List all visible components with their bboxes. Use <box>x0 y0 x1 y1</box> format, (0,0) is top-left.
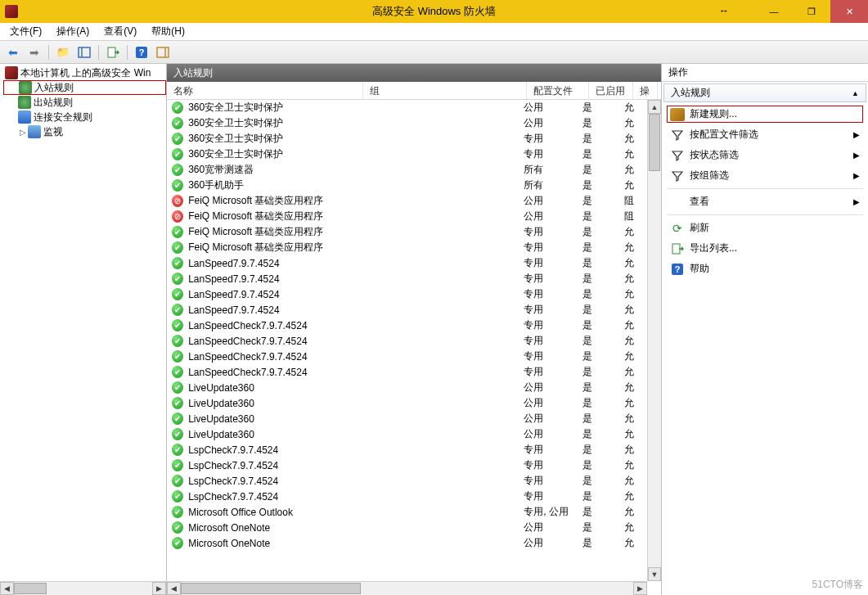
action-label: 按状态筛选 <box>690 148 739 162</box>
scroll-down-button[interactable]: ▼ <box>648 567 661 581</box>
tree-root[interactable]: 本地计算机 上的高级安全 Win <box>3 65 166 80</box>
rule-enabled: 是 <box>582 365 624 379</box>
rule-profile: 专用, 公用 <box>524 505 582 519</box>
minimize-button[interactable]: — <box>755 0 793 23</box>
rule-enabled: 是 <box>582 489 624 503</box>
tree-outbound-rules[interactable]: 出站规则 <box>3 95 166 110</box>
action-label: 帮助 <box>690 262 709 276</box>
rule-profile: 公用 <box>524 116 582 130</box>
rule-action: 允 <box>624 256 647 270</box>
list-title: 入站规则 <box>173 66 213 80</box>
rule-row[interactable]: ✔LiveUpdate360公用是允 <box>167 395 647 411</box>
rule-row[interactable]: ✔360安全卫士实时保护公用是允 <box>167 100 647 115</box>
rule-row[interactable]: ✔LanSpeedCheck7.9.7.4524专用是允 <box>167 364 647 380</box>
menu-view[interactable]: 查看(V) <box>97 23 143 40</box>
col-name[interactable]: 名称 <box>167 82 363 99</box>
col-profile[interactable]: 配置文件 <box>527 82 589 99</box>
rule-row[interactable]: ✔LiveUpdate360公用是允 <box>167 426 647 442</box>
tree-hscrollbar[interactable]: ◀ ▶ <box>0 581 166 595</box>
toolbar: ⬅ ➡ 📁 ? <box>0 41 868 64</box>
actions-section[interactable]: 入站规则 ▲ <box>663 83 866 102</box>
rule-row[interactable]: ✔Microsoft OneNote公用是允 <box>167 520 647 535</box>
maximize-button[interactable]: ❐ <box>793 0 830 23</box>
expander-icon[interactable]: ▷ <box>18 128 28 137</box>
rule-enabled: 是 <box>582 427 624 441</box>
folder-up-icon: 📁 <box>56 46 70 58</box>
list-vscrollbar[interactable]: ▲ ▼ <box>647 100 661 581</box>
list-hscrollbar[interactable]: ◀ ▶ <box>167 581 647 595</box>
rule-row[interactable]: ⊘FeiQ Microsoft 基础类应用程序公用是阻 <box>167 209 647 224</box>
scroll-up-button[interactable]: ▲ <box>648 100 661 114</box>
action-view[interactable]: 查看 ▶ <box>667 193 863 210</box>
allow-icon: ✔ <box>172 335 183 347</box>
rule-profile: 专用 <box>524 225 582 239</box>
allow-icon: ✔ <box>172 319 183 331</box>
scroll-right-button[interactable]: ▶ <box>633 582 647 595</box>
action-help[interactable]: ? 帮助 <box>667 260 863 277</box>
scroll-thumb[interactable] <box>649 114 660 171</box>
title-bar[interactable]: 高级安全 Windows 防火墙 ↔ — ❐ ✕ <box>0 0 868 23</box>
action-new-rule[interactable]: 新建规则... <box>667 106 863 123</box>
rule-row[interactable]: ✔360安全卫士实时保护专用是允 <box>167 131 647 146</box>
rule-name: LanSpeed7.9.7.4524 <box>188 289 370 300</box>
menu-help[interactable]: 帮助(H) <box>145 23 191 40</box>
up-button[interactable]: 📁 <box>53 43 73 61</box>
rule-row[interactable]: ✔Microsoft OneNote公用是允 <box>167 535 647 551</box>
action-export[interactable]: 导出列表... <box>667 240 863 257</box>
scroll-right-button[interactable]: ▶ <box>152 582 166 595</box>
rule-row[interactable]: ✔LiveUpdate360公用是允 <box>167 411 647 426</box>
rule-name: 360安全卫士实时保护 <box>188 132 370 146</box>
rule-row[interactable]: ✔FeiQ Microsoft 基础类应用程序专用是允 <box>167 224 647 240</box>
rule-row[interactable]: ✔LanSpeed7.9.7.4524专用是允 <box>167 302 647 318</box>
rule-name: FeiQ Microsoft 基础类应用程序 <box>188 225 370 239</box>
rule-row[interactable]: ✔FeiQ Microsoft 基础类应用程序专用是允 <box>167 240 647 255</box>
rule-row[interactable]: ✔360宽带测速器所有是允 <box>167 162 647 178</box>
show-hide-tree-button[interactable] <box>74 43 94 61</box>
forward-icon: ➡ <box>29 46 39 59</box>
tree-panel: 本地计算机 上的高级安全 Win 入站规则 出站规则 连接安全规则 ▷ 监视 ◀ <box>0 64 167 595</box>
back-button[interactable]: ⬅ <box>3 43 23 61</box>
tree-connection-security[interactable]: 连接安全规则 <box>3 110 166 124</box>
col-action[interactable]: 操 <box>633 82 658 99</box>
rule-row[interactable]: ✔LspCheck7.9.7.4524专用是允 <box>167 442 647 458</box>
rule-row[interactable]: ✔LanSpeed7.9.7.4524专用是允 <box>167 286 647 302</box>
export-icon <box>670 242 685 255</box>
show-actions-button[interactable] <box>153 43 173 61</box>
rule-row[interactable]: ✔LanSpeed7.9.7.4524专用是允 <box>167 271 647 286</box>
rule-row[interactable]: ✔LspCheck7.9.7.4524专用是允 <box>167 458 647 473</box>
action-filter-group[interactable]: 按组筛选 ▶ <box>667 167 863 184</box>
export-button[interactable] <box>103 43 123 61</box>
rule-row[interactable]: ⊘FeiQ Microsoft 基础类应用程序公用是阻 <box>167 193 647 209</box>
scroll-thumb[interactable] <box>181 583 361 594</box>
rule-row[interactable]: ✔360安全卫士实时保护专用是允 <box>167 146 647 162</box>
rule-row[interactable]: ✔LanSpeed7.9.7.4524专用是允 <box>167 255 647 271</box>
rule-row[interactable]: ✔LspCheck7.9.7.4524专用是允 <box>167 489 647 504</box>
toolbar-separator <box>48 45 49 60</box>
menu-file[interactable]: 文件(F) <box>3 23 48 40</box>
rule-row[interactable]: ✔LanSpeedCheck7.9.7.4524专用是允 <box>167 333 647 349</box>
rule-action: 允 <box>624 178 647 192</box>
action-filter-profile[interactable]: 按配置文件筛选 ▶ <box>667 126 863 143</box>
rule-row[interactable]: ✔Microsoft Office Outlook专用, 公用是允 <box>167 504 647 520</box>
rule-row[interactable]: ✔LanSpeedCheck7.9.7.4524专用是允 <box>167 349 647 364</box>
scroll-thumb[interactable] <box>14 583 47 594</box>
menu-action[interactable]: 操作(A) <box>50 23 96 40</box>
close-button[interactable]: ✕ <box>830 0 868 23</box>
scroll-left-button[interactable]: ◀ <box>0 582 14 595</box>
rule-row[interactable]: ✔LspCheck7.9.7.4524专用是允 <box>167 473 647 489</box>
rule-row[interactable]: ✔LiveUpdate360公用是允 <box>167 380 647 395</box>
rule-row[interactable]: ✔360安全卫士实时保护公用是允 <box>167 115 647 131</box>
help-button[interactable]: ? <box>132 43 151 61</box>
tree-monitor[interactable]: ▷ 监视 <box>3 124 166 139</box>
col-enabled[interactable]: 已启用 <box>589 82 633 99</box>
rule-row[interactable]: ✔360手机助手所有是允 <box>167 178 647 193</box>
rule-enabled: 是 <box>582 272 624 286</box>
action-filter-status[interactable]: 按状态筛选 ▶ <box>667 146 863 164</box>
tree-inbound-rules[interactable]: 入站规则 <box>3 80 166 95</box>
forward-button[interactable]: ➡ <box>25 43 44 61</box>
action-refresh[interactable]: ⟳ 刷新 <box>667 219 863 237</box>
col-group[interactable]: 组 <box>363 82 527 99</box>
svg-rect-2 <box>108 47 115 57</box>
rule-row[interactable]: ✔LanSpeedCheck7.9.7.4524专用是允 <box>167 318 647 333</box>
scroll-left-button[interactable]: ◀ <box>167 582 181 595</box>
